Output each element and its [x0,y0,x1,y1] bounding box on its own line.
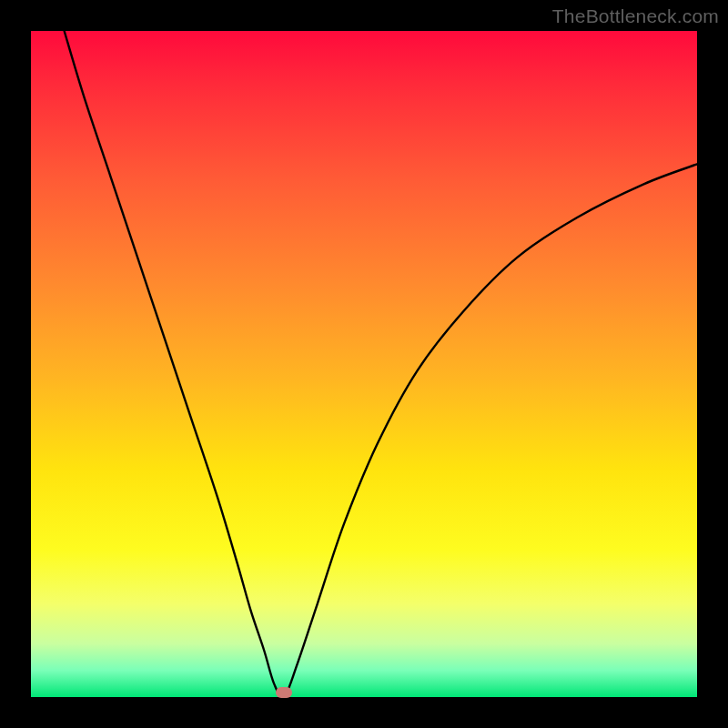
chart-frame: TheBottleneck.com [0,0,728,728]
optimum-marker [276,687,292,698]
bottleneck-curve [31,31,697,697]
plot-area [31,31,697,697]
watermark-text: TheBottleneck.com [552,5,719,27]
